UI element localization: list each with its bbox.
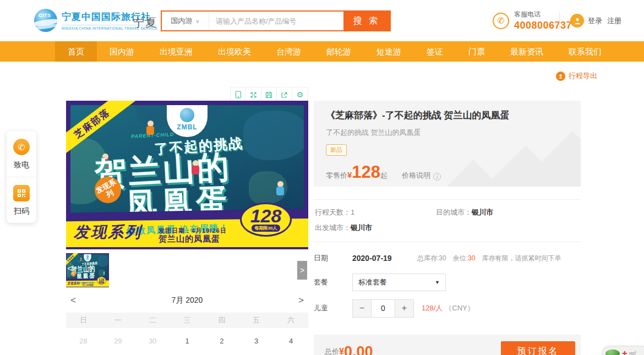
poster-bottom-series: 发现系列 <box>67 281 79 286</box>
phone-icon: ✆ <box>493 13 509 29</box>
product-info: 《芝麻部落》-了不起的挑战 贺兰山的凤凰蛋 了不起的挑战 贺兰山的凤凰蛋 新品 … <box>314 101 581 355</box>
child-unit-price: 128/人 <box>422 303 443 313</box>
contact-float-widget: ✆ 致电 扫码 <box>7 131 36 223</box>
poster-price: 128 <box>250 207 282 224</box>
calendar-day[interactable]: 28 <box>66 337 101 345</box>
thumbnail-next-button[interactable]: > <box>297 261 307 280</box>
decor-kid <box>146 121 154 135</box>
nav-item-europe-america[interactable]: 出境欧美 <box>205 41 264 62</box>
nav-item-tickets[interactable]: 门票 <box>456 41 498 62</box>
login-link[interactable]: 登录 <box>588 16 602 26</box>
poster-tagline: 了不起的挑战 <box>81 261 97 266</box>
price-label: 零售价 <box>326 171 347 181</box>
product-summary-panel: 《芝麻部落》-了不起的挑战 贺兰山的凤凰蛋 了不起的挑战 贺兰山的凤凰蛋 新品 … <box>314 101 581 187</box>
poster-title-line2: 凤凰蛋 <box>77 271 96 282</box>
date-value[interactable]: 2020-07-19 <box>352 254 417 263</box>
save-icon[interactable] <box>261 88 277 102</box>
logo-text: CITS <box>39 13 51 18</box>
total-stock: 总库存:30 <box>417 254 446 263</box>
poster-bottom-band <box>66 280 109 287</box>
gallery-toolbar: ⚙ <box>230 87 308 102</box>
calendar-day[interactable]: 30 <box>135 337 170 345</box>
nav-item-home[interactable]: 首页 <box>55 41 97 62</box>
minus-button[interactable]: − <box>353 300 371 317</box>
poster-bottom-title: 贺兰山的凤凰蛋 <box>159 234 220 244</box>
book-button[interactable]: 预订报名 <box>501 341 575 355</box>
nav-item-short-trip[interactable]: 短途游 <box>364 41 414 62</box>
globe-logo-icon: CITS <box>34 9 57 32</box>
calendar-day[interactable]: 4 <box>274 337 308 345</box>
call-button[interactable]: ✆ 致电 <box>7 131 36 177</box>
nav-item-taiwan[interactable]: 台湾游 <box>264 41 314 62</box>
total-currency: ¥ <box>339 347 344 355</box>
plus-button[interactable]: + <box>395 300 413 317</box>
service-label: 客服电话 <box>514 10 572 19</box>
poster-limit: 每期限30人 <box>252 225 281 232</box>
search-input[interactable] <box>209 12 343 30</box>
calendar-day[interactable]: 1 <box>170 337 205 345</box>
calendar-next-icon[interactable]: > <box>298 295 304 306</box>
calendar-weekdays: 日 一 二 三 四 五 六 <box>66 313 308 328</box>
search-bar: 国内游 ∨ 搜 索 <box>161 10 391 31</box>
calendar-day[interactable]: 29 <box>101 337 135 345</box>
search-category-select[interactable]: 国内游 ∨ <box>162 12 209 30</box>
price-note[interactable]: 价格说明i <box>402 171 441 181</box>
mobile-preview-icon[interactable] <box>231 88 246 102</box>
weekday: 四 <box>204 315 239 325</box>
search-category-value: 国内游 <box>171 16 192 26</box>
price-currency: ¥ <box>347 170 352 179</box>
poster-slogan1: 找到神器 破球封印 <box>77 278 91 281</box>
nav-item-cruise[interactable]: 邮轮游 <box>314 41 364 62</box>
poster-logo-text: ZMBL <box>86 258 90 260</box>
calendar: < 7月 2020 > 日 一 二 三 四 五 六 28 29 30 1 2 3… <box>66 291 308 350</box>
poster-departure-date: 发团日期：4月19/26日 <box>83 282 95 284</box>
decor-kid <box>80 258 81 261</box>
date-label: 日期 <box>314 253 352 263</box>
poster-parent-child-text: PARENT-CHILD <box>78 260 85 262</box>
poster-slogan2: 解救凤凰蛋 迫在眉睫！ <box>77 281 95 285</box>
package-label: 套餐 <box>314 277 352 287</box>
chat-status-icon <box>605 349 620 355</box>
user-icon <box>570 14 584 28</box>
nav-item-contact[interactable]: 联系我们 <box>556 41 614 62</box>
register-link[interactable]: 注册 <box>607 16 621 26</box>
price-value: 128 <box>352 165 380 180</box>
departure-value: 银川市 <box>351 223 372 232</box>
package-row: 套餐 标准套餐 ▼ <box>314 271 581 294</box>
calendar-day[interactable]: 2 <box>204 337 239 345</box>
scan-button[interactable]: 扫码 <box>7 177 36 223</box>
nav-item-domestic[interactable]: 国内游 <box>97 41 147 62</box>
quantity-stepper: − 0 + <box>352 299 414 318</box>
call-label: 致电 <box>14 160 29 170</box>
page: CITS 宁夏中国国际旅行社 NINGXIA CHINA INTERNATION… <box>0 0 644 355</box>
package-value: 标准套餐 <box>358 277 387 287</box>
product-image[interactable]: 芝麻部落 ZMBL PARENT-CHILD 了不起的挑战 贺兰山的 凤凰蛋 发… <box>66 101 308 249</box>
departure-label: 出发城市： <box>315 223 351 232</box>
decor-kid <box>88 267 89 270</box>
total-label: 总价 <box>325 347 339 355</box>
currency-note: （CNY） <box>445 303 474 313</box>
days-value: 1 <box>351 208 354 216</box>
settings-gear-icon[interactable]: ⚙ <box>292 88 308 102</box>
fullscreen-icon[interactable] <box>246 88 261 102</box>
select-arrow-icon: ▼ <box>435 280 440 285</box>
itinerary-export-button[interactable]: 行程导出 <box>556 71 597 81</box>
search-button[interactable]: 搜 索 <box>343 12 390 30</box>
stock-note: 库存有限，请抓紧时间下单 <box>482 254 561 263</box>
calendar-prev-icon[interactable]: < <box>70 295 76 306</box>
thumbnail-prev-icon[interactable]: < <box>67 263 73 275</box>
calendar-day[interactable]: 3 <box>239 337 274 345</box>
new-product-badge: 新品 <box>326 144 347 156</box>
nav-item-visa[interactable]: 签证 <box>414 41 456 62</box>
quantity-value[interactable]: 0 <box>371 300 395 317</box>
live-chat-widget[interactable]: ✚ ncl <box>602 346 644 355</box>
decor-kid <box>103 272 105 275</box>
share-icon[interactable] <box>277 88 292 102</box>
calendar-dates: 28 29 30 1 2 3 4 <box>66 331 308 350</box>
chat-label: ncl <box>629 351 636 355</box>
package-select[interactable]: 标准套餐 ▼ <box>352 274 446 291</box>
nav-item-news[interactable]: 最新资讯 <box>498 41 556 62</box>
scan-label: 扫码 <box>14 206 29 216</box>
nav-item-asia[interactable]: 出境亚洲 <box>147 41 205 62</box>
auth-area: 登录 注册 <box>570 14 623 28</box>
